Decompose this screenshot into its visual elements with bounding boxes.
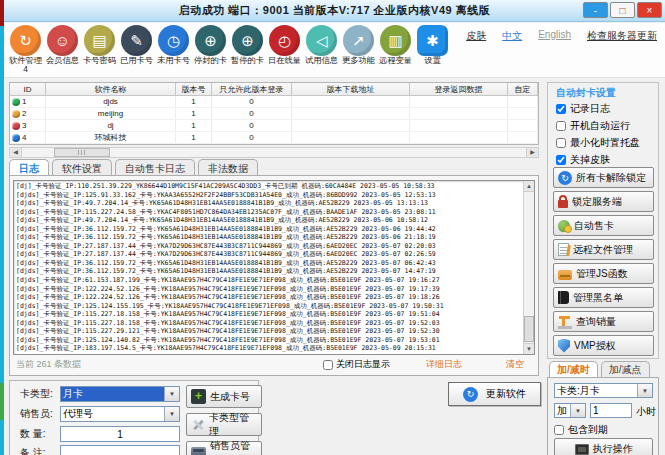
tab-add-subtract-time[interactable]: 加/减时 (549, 361, 598, 378)
maximize-button[interactable]: □ (610, 2, 635, 18)
col-header-id[interactable]: ID (10, 83, 46, 95)
button-label: 查询销量 (576, 315, 616, 329)
toolbar-item-banned-cards[interactable]: ⊕ 停封的卡 (192, 24, 229, 77)
cell-download (292, 108, 410, 119)
manage-blacklist-button[interactable]: 管理黑名单 (553, 287, 654, 308)
toolbar-item-software-manage[interactable]: ↻ 软件管理 4 (7, 24, 44, 77)
scroll-right-arrow[interactable]: ▶ (526, 148, 538, 157)
card-type-row: 卡类型: 月卡 ▼ (20, 386, 180, 402)
skin-link[interactable]: 皮肤 (466, 29, 486, 43)
scroll-left-arrow[interactable]: ◀ (10, 148, 22, 157)
chevron-down-icon[interactable]: ▼ (164, 387, 179, 401)
cell-version: 1 (176, 132, 212, 143)
record-log-checkbox[interactable] (556, 104, 566, 114)
chevron-down-icon[interactable]: ▼ (164, 407, 179, 421)
detail-log-link[interactable]: 详细日志 (426, 358, 462, 371)
toolbar-item-remote-variables[interactable]: ▥ 远程变量 (377, 24, 414, 77)
quantity-input[interactable] (60, 426, 180, 442)
adjust-op-value: 加 (555, 404, 570, 417)
row-id: 2 (22, 109, 26, 118)
remote-file-manage-button[interactable]: 远程文件管理 (553, 239, 654, 260)
vmp-authorize-button[interactable]: VMP授权 (553, 335, 654, 356)
cell-name: dj (46, 120, 176, 131)
adjust-amount-input[interactable] (590, 403, 632, 418)
auto-sell-card-button[interactable]: 自动售卡 (553, 215, 654, 236)
tab-add-subtract-points[interactable]: 加/减点 (601, 361, 650, 378)
plus-icon: + (191, 389, 206, 404)
adjust-card-type-select[interactable]: 卡类:月卡 ▼ (554, 383, 653, 398)
chinese-link[interactable]: 中文 (502, 29, 522, 43)
toolbar-item-paused-cards[interactable]: ⊕ 暂停的卡 (229, 24, 266, 77)
log-view[interactable]: [dj]_卡号验证_IP:110.251.39.229_YK86644D10M9… (13, 180, 535, 355)
english-link[interactable]: English (538, 29, 571, 43)
status-dot (12, 110, 20, 118)
adjust-unit-label: 小时 (636, 405, 656, 419)
cell-only-version: 0 (212, 96, 292, 107)
note-input[interactable] (60, 445, 180, 455)
disable-skin-checkbox[interactable] (556, 155, 566, 165)
toolbar-item-label: 试用信息 (304, 56, 338, 64)
unlock-all-cards-button[interactable]: ↻ 所有卡解除锁定 (553, 167, 654, 188)
cell-return-data (410, 120, 508, 131)
adjust-tabs: 加/减时 加/减点 (549, 361, 653, 378)
table-horizontal-scrollbar[interactable]: ◀ ▶ (9, 147, 539, 158)
update-software-button[interactable]: ↻ 更新软件 (448, 382, 541, 406)
chevron-down-icon[interactable]: ▼ (570, 404, 585, 417)
scrollbar-thumb[interactable] (524, 316, 534, 342)
toolbar-item-unused-cards[interactable]: ◷ 未用卡号 (155, 24, 192, 77)
record-log-checkbox-row: 记录日志 (556, 102, 610, 116)
toolbar-item-trial-info[interactable]: ◁ 试用信息 (303, 24, 340, 77)
toolbar-item-used-cards[interactable]: ✎ 已用卡号 (118, 24, 155, 77)
col-header-return-data[interactable]: 登录返回数据 (410, 83, 508, 95)
chevron-down-icon[interactable]: ▼ (637, 384, 652, 397)
table-row[interactable]: 4 环城科技 1 0 (10, 132, 538, 144)
chart-icon: ↗ (343, 25, 374, 56)
toolbar-item-label: 暂停的卡 (230, 56, 264, 64)
autostart-checkbox[interactable] (556, 121, 566, 131)
seller-select[interactable]: 代理号 ▼ (60, 406, 180, 422)
log-vertical-scrollbar[interactable]: ▲ ▼ (523, 181, 534, 354)
refresh-icon: ↻ (463, 387, 478, 402)
table-row[interactable]: 1 djds 1 0 (10, 96, 538, 108)
adjust-op-select[interactable]: 加 ▼ (554, 403, 586, 418)
minimize-to-tray-checkbox[interactable] (556, 138, 566, 148)
card-type-select[interactable]: 月卡 ▼ (60, 386, 180, 402)
close-log-label: 关闭日志显示 (336, 358, 390, 371)
toolbar-item-member-info[interactable]: ☺ 会员信息 (44, 24, 81, 77)
lock-server-button[interactable]: 锁定服务端 (553, 191, 654, 212)
auto-ban-settings-title[interactable]: 自动封卡设置 (556, 86, 616, 100)
check-server-update-link[interactable]: 检查服务器更新 (587, 29, 657, 43)
col-header-custom[interactable]: 自定 (508, 83, 538, 95)
paperclip-icon: ✎ (121, 25, 152, 56)
table-row[interactable]: 3 dj 1 0 (10, 120, 538, 132)
toolbar-item-daily-online[interactable]: ◴ 日在线量 (266, 24, 303, 77)
col-header-name[interactable]: 软件名称 (46, 83, 176, 95)
cell-only-version: 0 (212, 132, 292, 143)
col-header-download[interactable]: 版本下载地址 (292, 83, 410, 95)
toolbar-item-more-functions[interactable]: ↗ 更多功能 (340, 24, 377, 77)
execute-operation-button[interactable]: 执行操作 (554, 438, 653, 455)
scrollbar-thumb[interactable] (54, 148, 110, 157)
seller-manage-button[interactable]: 销售员管理 (186, 441, 262, 455)
table-row[interactable]: 2 meijing 1 0 (10, 108, 538, 120)
scroll-up-arrow[interactable]: ▲ (524, 181, 534, 192)
close-log-checkbox-row: 关闭日志显示 (323, 358, 390, 371)
shield-icon (558, 339, 570, 353)
col-header-only-version[interactable]: 只允许此版本登录 (212, 83, 292, 95)
adjust-panel: 卡类:月卡 ▼ 加 ▼ 小时 包含到期 执行操作 (547, 377, 659, 455)
card-type-manage-button[interactable]: 卡类型管理 (186, 413, 262, 436)
scroll-down-arrow[interactable]: ▼ (524, 343, 534, 354)
col-header-version[interactable]: 版本号 (176, 83, 212, 95)
button-label: 销售员管理 (210, 439, 257, 455)
query-sales-button[interactable]: 查询销量 (553, 311, 654, 332)
toolbar-item-settings[interactable]: ✱ 设置 (414, 24, 451, 77)
close-log-checkbox[interactable] (323, 360, 333, 370)
toolbar-item-card-password[interactable]: ▤ 卡号密码 (81, 24, 118, 77)
minimize-button[interactable]: - (583, 2, 608, 18)
topright-links: 皮肤 中文 English 检查服务器更新 (466, 29, 657, 43)
clear-log-link[interactable]: 清空 (506, 358, 524, 371)
close-button[interactable]: × (637, 2, 662, 18)
include-expired-checkbox[interactable] (554, 425, 564, 435)
manage-js-functions-button[interactable]: 管理JS函数 (553, 263, 654, 284)
generate-card-button[interactable]: + 生成卡号 (186, 385, 262, 408)
